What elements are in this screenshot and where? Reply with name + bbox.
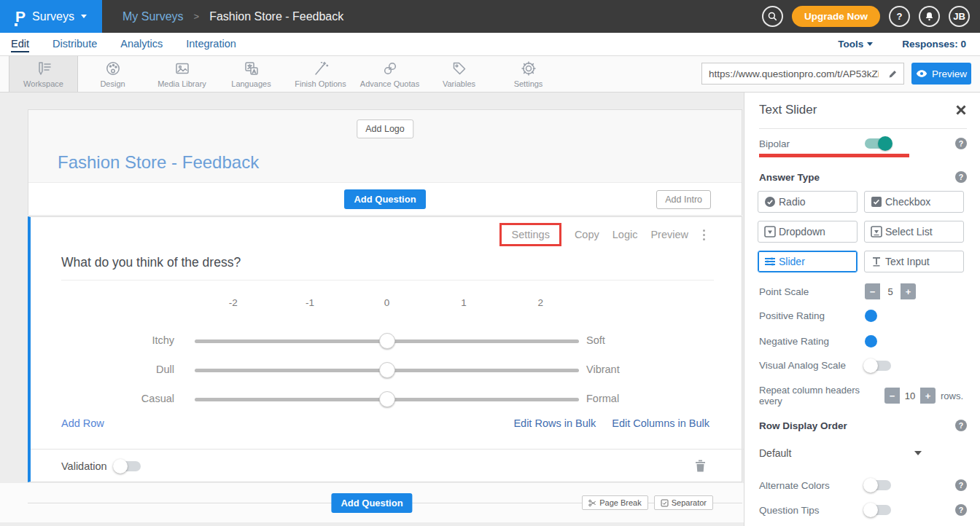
question-copy-link[interactable]: Copy [575,229,599,240]
edit-url-button[interactable] [882,68,903,79]
answer-type-select-list[interactable]: Select List [864,221,964,243]
toolbar-item-label: Workspace [23,79,63,88]
tab-analytics[interactable]: Analytics [120,36,163,52]
survey-editor-screen: P Surveys My Surveys > Fashion Store - F… [0,0,980,526]
question-logic-link[interactable]: Logic [612,229,638,240]
topbar-actions: Upgrade Now ? JB [762,6,980,27]
between-questions-band: Add Question Page Break Separator [0,483,744,522]
row-display-order-select[interactable]: Default [759,447,967,459]
add-intro-button[interactable]: Add Intro [656,190,711,209]
answer-type-checkbox[interactable]: Checkbox [864,191,964,213]
toolbar-item-advance-quotas[interactable]: Advance Quotas [355,56,424,92]
positive-rating-color-swatch[interactable] [865,310,877,322]
slider-track[interactable] [195,339,579,343]
tab-integration[interactable]: Integration [186,36,236,52]
languages-icon [243,60,260,77]
bulk-edit-links: Edit Rows in Bulk Edit Columns in Bulk [513,417,709,429]
preview-button[interactable]: Preview [911,63,971,85]
repeat-headers-value[interactable] [900,388,920,404]
bipolar-annotation-underline [759,154,909,157]
repeat-headers-suffix: rows. [941,390,963,401]
slider-knob[interactable] [379,362,395,378]
toolbar-item-label: Settings [514,79,543,88]
kebab-menu-icon[interactable] [701,228,707,242]
alternate-colors-row: Alternate Colors ? [759,479,967,491]
positive-rating-row: Positive Rating [759,310,967,322]
tab-distribute[interactable]: Distribute [52,36,97,52]
answer-type-dropdown[interactable]: Dropdown [758,221,858,243]
surveys-menu[interactable]: P Surveys [0,0,102,33]
chevron-down-icon [81,15,87,18]
edit-rows-bulk-link[interactable]: Edit Rows in Bulk [513,417,596,429]
breadcrumb-my-surveys[interactable]: My Surveys [122,10,184,23]
slider-right-label: Soft [586,334,605,346]
add-logo-button[interactable]: Add Logo [357,119,413,138]
validation-toggle[interactable] [114,461,141,471]
point-scale-value[interactable] [880,283,901,299]
slider-track[interactable] [195,398,579,401]
slider-knob[interactable] [379,391,395,407]
toolbar-item-workspace[interactable]: Workspace [9,56,78,92]
survey-url-field [701,63,904,85]
bipolar-help-icon[interactable]: ? [955,138,967,149]
toolbar-item-media-library[interactable]: Media Library [147,56,217,92]
search-button[interactable] [762,6,783,27]
nav-right: Tools Responses: 0 [838,39,969,50]
minus-button[interactable]: − [865,283,880,299]
question-text[interactable]: What do you think of the dress? [61,255,241,270]
negative-rating-row: Negative Rating [759,335,967,348]
notifications-button[interactable] [919,6,940,27]
add-question-button-bottom[interactable]: Add Question [331,493,412,513]
question-preview-link[interactable]: Preview [650,229,688,240]
plus-button[interactable]: + [901,283,916,299]
slider-knob[interactable] [379,333,395,349]
slider-track[interactable] [195,369,579,372]
tools-dropdown[interactable]: Tools [838,39,873,50]
question-tips-help-icon[interactable]: ? [955,504,967,516]
checkbox-check-icon [661,499,669,507]
edit-columns-bulk-link[interactable]: Edit Columns in Bulk [612,417,709,429]
tab-edit[interactable]: Edit [11,36,29,52]
toolbar-item-variables[interactable]: Variables [424,56,494,92]
editor-toolbar: Workspace Design Media Library Languages… [0,56,980,93]
alternate-colors-help-icon[interactable]: ? [955,479,967,491]
survey-title[interactable]: Fashion Store - Feedback [58,152,259,173]
upgrade-now-button[interactable]: Upgrade Now [792,6,880,27]
bipolar-toggle[interactable] [865,138,891,149]
minus-button[interactable]: − [884,388,900,404]
answer-type-label: Radio [779,196,806,208]
breadcrumb-separator: > [194,11,200,22]
bipolar-label: Bipolar [759,138,790,149]
question-settings-link[interactable]: Settings [511,229,549,240]
toolbar-item-settings[interactable]: Settings [494,56,563,92]
answer-type-text-input[interactable]: Text Input [864,251,964,272]
delete-question-button[interactable] [695,460,706,472]
toolbar-item-finish-options[interactable]: Finish Options [286,56,355,92]
toolbar-item-languages[interactable]: Languages [217,56,286,92]
user-avatar[interactable]: JB [949,6,970,27]
row-display-order-help-icon[interactable]: ? [955,420,967,431]
answer-type-radio[interactable]: Radio [758,191,858,213]
variables-icon [451,60,468,77]
slider-left-label: Dull [61,364,174,375]
help-button[interactable]: ? [889,6,910,27]
answer-type-slider[interactable]: Slider [758,251,858,272]
plus-button[interactable]: + [920,388,936,404]
eye-icon [916,69,928,78]
visual-analog-row: Visual Analog Scale [759,360,967,371]
page-break-button[interactable]: Page Break [582,495,648,510]
toolbar-item-design[interactable]: Design [78,56,147,92]
add-row-link[interactable]: Add Row [61,417,104,429]
panel-title: Text Slider [759,103,817,117]
survey-nav: Edit Distribute Analytics Integration To… [0,33,980,56]
question-tips-toggle[interactable] [865,505,891,515]
answer-type-help-icon[interactable]: ? [955,171,967,183]
toggle-knob [863,503,878,517]
add-question-button[interactable]: Add Question [344,189,425,209]
alternate-colors-toggle[interactable] [865,480,891,490]
visual-analog-toggle[interactable] [865,361,891,371]
separator-button[interactable]: Separator [654,495,713,510]
survey-url-input[interactable] [702,68,882,79]
close-panel-button[interactable] [955,104,967,116]
negative-rating-color-swatch[interactable] [865,335,877,348]
